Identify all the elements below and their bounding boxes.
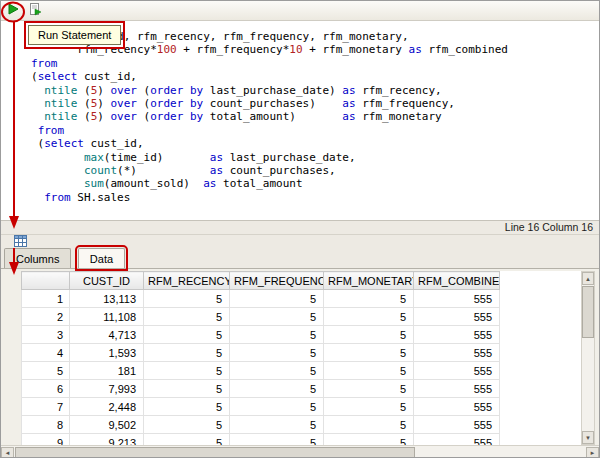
grid-row[interactable]: 89,502555555 (22, 416, 582, 434)
grid-cell[interactable]: 5 (144, 398, 230, 416)
row-filler (500, 380, 582, 398)
grid-cell[interactable]: 555 (414, 362, 500, 380)
grid-cell[interactable]: 555 (414, 290, 500, 308)
row-filler (500, 398, 582, 416)
grid-cell[interactable]: 5 (324, 380, 414, 398)
grid-cell[interactable]: 181 (70, 362, 144, 380)
row-filler (500, 290, 582, 308)
run-statement-icon (6, 2, 20, 19)
vertical-scroll-thumb[interactable] (582, 286, 594, 338)
grid-cell[interactable]: 9,502 (70, 416, 144, 434)
grid-cell[interactable]: 5 (144, 344, 230, 362)
grid-cell[interactable]: 5 (324, 326, 414, 344)
column-header[interactable]: RFM_FREQUENCY (230, 272, 324, 290)
run-statement-button[interactable] (4, 2, 22, 19)
editor-toolbar (1, 1, 599, 21)
code-line: (select cust_id, (31, 137, 599, 150)
code-line: ntile (5) over (order by total_amount) a… (31, 110, 599, 123)
grid-cell[interactable]: 5 (144, 416, 230, 434)
grid-cell[interactable]: 2,448 (70, 398, 144, 416)
grid-cell[interactable]: 5 (230, 308, 324, 326)
grid-cell[interactable]: 11,108 (70, 308, 144, 326)
horizontal-scrollbar[interactable]: ◄ ► (1, 445, 599, 458)
row-number-cell: 2 (22, 308, 70, 326)
row-filler (500, 416, 582, 434)
grid-row[interactable]: 41,593555555 (22, 344, 582, 362)
grid-cell[interactable]: 5 (230, 398, 324, 416)
scroll-down-button[interactable]: ▼ (582, 431, 594, 444)
caret-position-label: Line 16 Column 16 (505, 221, 593, 233)
grid-cell[interactable]: 5 (144, 308, 230, 326)
grid-cell[interactable]: 5 (144, 326, 230, 344)
code-line: from (31, 57, 599, 70)
code-line: sum(amount_sold) as total_amount (31, 177, 599, 190)
run-script-button[interactable] (26, 2, 44, 19)
tab-data[interactable]: Data (78, 248, 125, 268)
row-number-cell: 3 (22, 326, 70, 344)
grid-cell[interactable]: 13,113 (70, 290, 144, 308)
horizontal-scroll-thumb[interactable] (15, 447, 415, 458)
row-number-cell: 6 (22, 380, 70, 398)
grid-cell[interactable]: 555 (414, 416, 500, 434)
grid-cell[interactable]: 7,993 (70, 380, 144, 398)
run-statement-tooltip: Run Statement (28, 25, 121, 45)
code-line: max(time_id) as last_purchase_date, (31, 151, 599, 164)
grid-vertical-scrollbar[interactable]: ▲ ▼ (581, 271, 595, 445)
grid-cell[interactable]: 555 (414, 380, 500, 398)
grid-cell[interactable]: 5 (324, 290, 414, 308)
grid-cell[interactable]: 5 (230, 362, 324, 380)
code-line: ntile (5) over (order by count_purchases… (31, 97, 599, 110)
grid-header-row: CUST_IDRFM_RECENCYRFM_FREQUENCYRFM_MONET… (22, 272, 582, 290)
grid-row[interactable]: 34,713555555 (22, 326, 582, 344)
row-number-header (22, 272, 70, 290)
column-header[interactable]: CUST_ID (70, 272, 144, 290)
grid-cell[interactable]: 5 (230, 290, 324, 308)
grid-row[interactable]: 5181555555 (22, 362, 582, 380)
grid-cell[interactable]: 555 (414, 326, 500, 344)
code-line: rfm_recency*100 + rfm_frequency*10 + rfm… (31, 43, 599, 56)
grid-cell[interactable]: 5 (230, 380, 324, 398)
grid-cell[interactable]: 5 (230, 416, 324, 434)
scroll-up-button[interactable]: ▲ (582, 272, 594, 285)
sql-code-editor[interactable]: select cust_id, rfm_recency, rfm_frequen… (1, 21, 599, 220)
editor-statusbar: Line 16 Column 16 (1, 220, 599, 234)
grid-cell[interactable]: 5 (230, 326, 324, 344)
row-number-cell: 5 (22, 362, 70, 380)
row-number-cell: 8 (22, 416, 70, 434)
scroll-right-button[interactable]: ► (586, 447, 599, 458)
tab-columns[interactable]: Columns (4, 248, 71, 268)
grid-cell[interactable]: 5 (324, 344, 414, 362)
grid-cell[interactable]: 5 (144, 290, 230, 308)
code-line: count(*) as count_purchases, (31, 164, 599, 177)
grid-row[interactable]: 67,993555555 (22, 380, 582, 398)
grid-cell[interactable]: 555 (414, 344, 500, 362)
row-number-cell: 7 (22, 398, 70, 416)
results-toolbar (1, 234, 599, 248)
code-line: ntile (5) over (order by last_purchase_d… (31, 84, 599, 97)
grid-cell[interactable]: 5 (144, 362, 230, 380)
grid-cell[interactable]: 5 (324, 308, 414, 326)
column-header[interactable]: RFM_COMBINED (414, 272, 500, 290)
grid-cell[interactable]: 5 (144, 380, 230, 398)
grid-cell[interactable]: 5 (230, 344, 324, 362)
column-header[interactable]: RFM_RECENCY (144, 272, 230, 290)
column-header[interactable]: RFM_MONETARY (324, 272, 414, 290)
grid-row[interactable]: 211,108555555 (22, 308, 582, 326)
row-filler (500, 326, 582, 344)
code-line: from (31, 124, 599, 137)
grid-cell[interactable]: 5 (324, 362, 414, 380)
grid-cell[interactable]: 5 (324, 398, 414, 416)
row-filler (500, 344, 582, 362)
grid-row[interactable]: 113,113555555 (22, 290, 582, 308)
results-tabs: Columns Data (1, 248, 599, 269)
grid-cell[interactable]: 1,593 (70, 344, 144, 362)
header-filler (500, 272, 582, 290)
grid-cell[interactable]: 555 (414, 398, 500, 416)
grid-row[interactable]: 72,448555555 (22, 398, 582, 416)
grid-cell[interactable]: 555 (414, 308, 500, 326)
row-filler (500, 308, 582, 326)
scroll-left-button[interactable]: ◄ (1, 447, 14, 458)
grid-cell[interactable]: 5 (324, 416, 414, 434)
grid-cell[interactable]: 4,713 (70, 326, 144, 344)
row-filler (500, 362, 582, 380)
